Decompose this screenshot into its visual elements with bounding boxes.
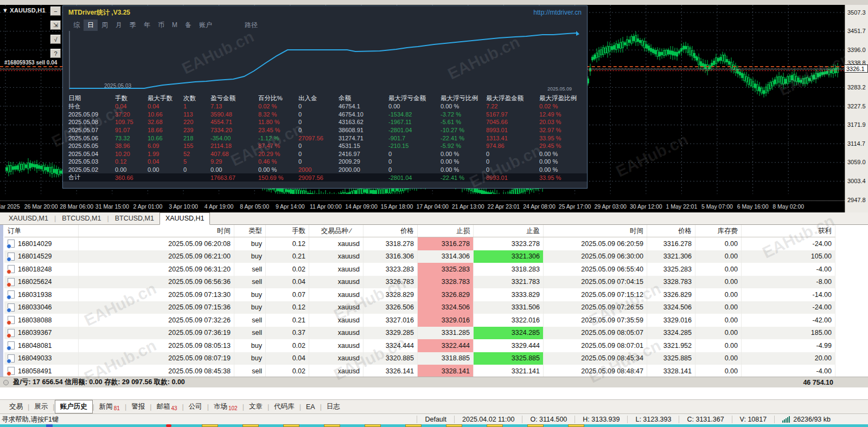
stats-cell: 27097.56: [298, 135, 339, 141]
chart-tab-BTCUSD,M1[interactable]: BTCUSD,M1: [56, 213, 106, 224]
taskbar-window-icon[interactable]: [365, 424, 381, 427]
terminal-tab-交易[interactable]: 交易: [4, 400, 28, 413]
panel-menu-item-综[interactable]: 综: [69, 20, 84, 31]
check-button[interactable]: √: [50, 35, 61, 44]
stats-cell: 150.69 %: [258, 174, 298, 181]
close-time-cell: 2025.05.09 07:04:15: [544, 276, 647, 289]
os-taskbar[interactable]: [0, 424, 868, 427]
stats-cell: 0: [486, 151, 539, 157]
terminal-tab-公司[interactable]: 公司: [184, 400, 207, 413]
panel-link[interactable]: http://mtdriver.cn: [533, 9, 582, 16]
panel-menu-item-M[interactable]: M: [168, 20, 181, 30]
panel-menu-item-季[interactable]: 季: [126, 20, 140, 31]
order-row[interactable]: 1680380882025.05.09 07:32:26sell0.21xauu…: [4, 314, 835, 327]
stats-cell: 0.04: [148, 158, 183, 165]
order-buy-icon: [8, 290, 15, 299]
panel-menu-item-账户[interactable]: 账户: [195, 20, 216, 31]
close-time-cell: 2025.05.09 06:30:00: [544, 250, 647, 263]
order-row[interactable]: 1680490332025.05.09 08:07:19buy0.04xauus…: [4, 352, 835, 365]
help-button[interactable]: ?: [50, 49, 61, 58]
move-button[interactable]: ⇲: [50, 21, 61, 30]
panel-menu-item-周[interactable]: 周: [98, 20, 112, 31]
open-time-cell: 2025.05.09 06:20:08: [79, 237, 234, 250]
order-row[interactable]: 1680330462025.05.09 07:15:36buy0.12xauus…: [4, 301, 835, 314]
terminal-tab-账户历史[interactable]: 账户历史: [55, 400, 93, 413]
order-row[interactable]: 1680256242025.05.09 06:56:36sell0.04xauu…: [4, 276, 835, 289]
stats-cell: 0.00 %: [258, 166, 298, 173]
stats-cell: 0.00: [115, 166, 148, 173]
summary-text: 盈/亏: 17 656.54 信用额: 0.00 存款: 29 097.56 取…: [13, 378, 185, 387]
stats-cell: 17663.67: [210, 174, 258, 181]
terminal-tab-市场[interactable]: 市场102: [209, 400, 242, 413]
profit-cell: -24.00: [742, 237, 835, 250]
taskbar-window-icon[interactable]: [568, 424, 584, 427]
stats-cell: 7.13: [210, 103, 258, 109]
time-tick-label: 5 Mar 2025: [0, 203, 20, 210]
panel-menu-item-年[interactable]: 年: [140, 20, 154, 31]
status-segment: 2025.04.02 11:00: [454, 416, 522, 423]
panel-menu-item-月[interactable]: 月: [112, 20, 126, 31]
terminal-tab-label: 市场: [214, 402, 227, 411]
terminal-tab-代码库[interactable]: 代码库: [269, 400, 299, 413]
stats-cell: -901.7: [388, 135, 441, 141]
time-axis[interactable]: 5 Mar 202526 Mar 20:0028 Mar 06:0031 Mar…: [0, 194, 845, 212]
type-cell: buy: [234, 339, 266, 352]
order-row[interactable]: 1680584912025.05.09 08:45:38sell0.02xauu…: [4, 365, 835, 378]
symbol-cell: xauusd: [309, 276, 363, 289]
orders-header-cell: 订单: [4, 225, 79, 237]
taskbar-window-icon[interactable]: [446, 424, 462, 427]
panel-menu-item-备[interactable]: 备: [181, 20, 195, 31]
stats-cell: 持仓: [68, 102, 115, 111]
chart-tab-XAUUSD,H1[interactable]: XAUUSD,H1: [159, 212, 210, 225]
stats-cell: 8993.01: [486, 174, 539, 181]
terminal-tab-EA[interactable]: EA: [301, 402, 320, 412]
taskbar-window-icon[interactable]: [487, 424, 503, 427]
panel-menu-item-币[interactable]: 币: [154, 20, 168, 31]
taskbar-record-icon[interactable]: [166, 424, 171, 427]
order-row[interactable]: 1680182482025.05.09 06:31:20sell0.02xauu…: [4, 263, 835, 276]
mtdriver-panel[interactable]: MTDriver统计 ,V3.25 http://mtdriver.cn 综日周…: [62, 5, 588, 189]
chart-tab-XAUUSD,M1[interactable]: XAUUSD,M1: [3, 213, 54, 224]
status-segment-text: 26236/93 kb: [793, 416, 831, 423]
terminal-tab-警报[interactable]: 警报: [126, 400, 150, 413]
taskbar-window-icon[interactable]: [202, 424, 218, 427]
stats-cell: 46754.1: [339, 103, 388, 109]
stats-cell: 1: [183, 103, 210, 109]
close-price-cell: 3321.306: [647, 250, 695, 263]
close-time-cell: 2025.05.09 08:07:01: [544, 339, 647, 352]
taskbar-window-icon[interactable]: [405, 424, 422, 427]
status-segment-text: V: 10817: [740, 416, 767, 423]
terminal-tab-新闻[interactable]: 新闻81: [94, 400, 125, 413]
order-row[interactable]: 1680480812025.05.09 08:05:13buy0.02xauus…: [4, 339, 835, 352]
order-row[interactable]: 1680319382025.05.09 07:13:30buy0.07xauus…: [4, 288, 835, 301]
minimize-button[interactable]: −: [50, 7, 61, 16]
order-id-cell: 168025624: [4, 276, 79, 289]
chart-tab-BTCUSD,M1[interactable]: BTCUSD,M1: [110, 213, 159, 224]
terminal-tab-邮箱[interactable]: 邮箱43: [151, 400, 182, 413]
taskbar-window-icon[interactable]: [527, 424, 544, 427]
profit-cell: -14.00: [742, 288, 835, 301]
stats-cell: -2801.04: [388, 174, 441, 181]
lots-cell: 0.04: [266, 352, 309, 365]
terminal-tab-文章[interactable]: 文章: [244, 400, 267, 413]
order-buy-icon: [8, 303, 15, 312]
taskbar-window-icon[interactable]: [324, 424, 340, 427]
order-row[interactable]: 1680393672025.05.09 07:36:19sell0.37xauu…: [4, 327, 835, 340]
taskbar-window-icon[interactable]: [242, 424, 259, 427]
panel-menu-item-日[interactable]: 日: [84, 20, 98, 31]
type-cell: buy: [234, 352, 266, 365]
stats-cell: 10.66: [148, 135, 183, 141]
stats-cell: 0: [298, 158, 339, 165]
price-axis[interactable]: 3507.33451.73396.03338.83283.23227.53171…: [845, 5, 868, 212]
stats-cell: 113: [183, 111, 210, 118]
stats-cell: 1.99: [148, 151, 183, 157]
terminal-tab-日志[interactable]: 日志: [322, 400, 345, 413]
taskbar-window-icon[interactable]: [283, 424, 299, 427]
order-row[interactable]: 1680145292025.05.09 06:21:00buy0.21xauus…: [4, 250, 835, 263]
terminal-tab-展示[interactable]: 展示: [29, 400, 53, 413]
panel-menu-item-路径[interactable]: 路径: [241, 20, 261, 31]
stop-loss-cell: 3316.278: [418, 237, 474, 250]
taskbar-app-icon[interactable]: [46, 424, 53, 427]
chevron-down-icon[interactable]: ▼: [2, 7, 8, 14]
order-row[interactable]: 1680140292025.05.09 06:20:08buy0.12xauus…: [4, 237, 835, 250]
